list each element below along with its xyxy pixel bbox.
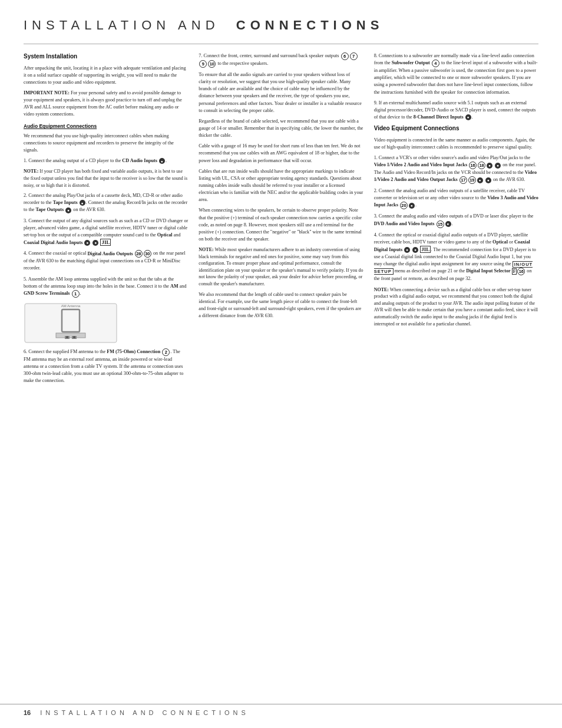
page: INSTALLATION AND CONNECTIONS System Inst… xyxy=(0,0,562,728)
video-item-2: 2. Connect the analog audio and video ou… xyxy=(374,187,538,209)
circle-4: 4 xyxy=(432,60,439,67)
item-9: 9. If an external multichannel audio sou… xyxy=(374,100,538,121)
para-intro: After unpacking the unit, locating it in… xyxy=(24,65,188,86)
vcircle-7: ● xyxy=(404,247,410,253)
right-column: 8. Connections to a subwoofer are normal… xyxy=(374,52,538,388)
circle-18: 18 xyxy=(478,162,485,169)
circle-16b: 16 xyxy=(517,268,525,275)
para-audio-quality: To ensure that all the audio signals are… xyxy=(199,71,363,114)
circle-opt: ● xyxy=(84,240,90,246)
para-polarity: When connecting wires to the speakers, b… xyxy=(199,207,363,243)
circle-17: 17 xyxy=(459,176,467,184)
circle-tape-in: ● xyxy=(80,200,85,206)
audio-equipment-subtitle: Audio Equipment Connections xyxy=(24,123,188,130)
para-cable-length: We also recommend that the length of cab… xyxy=(199,291,363,320)
svg-rect-1 xyxy=(56,333,85,338)
vcircle-5: ● xyxy=(409,203,415,209)
footer-title: INSTALLATION AND CONNECTIONS xyxy=(40,709,249,716)
item-2: 2. Connect the analog Play/Out jacks of … xyxy=(24,192,188,213)
vcircle-8: ● xyxy=(412,247,418,253)
circle-8ch: ● xyxy=(465,114,471,120)
circle-1: 1 xyxy=(72,290,80,298)
circle-28: 28 xyxy=(135,250,143,258)
vcircle-1: ● xyxy=(487,163,492,169)
circle-16: 16 xyxy=(469,162,477,169)
left-column: System Installation After unpacking the … xyxy=(24,52,188,388)
video-item-3: 3. Connect the analog audio and video ou… xyxy=(374,213,538,228)
note-digital: NOTE: When connecting a device such as a… xyxy=(374,286,538,328)
item-5: 5. Assemble the AM loop antenna supplied… xyxy=(24,276,188,298)
circle-cd: ● xyxy=(159,158,165,164)
footer: 16 INSTALLATION AND CONNECTIONS xyxy=(0,704,562,716)
video-equipment-title: Video Equipment Connections xyxy=(374,124,538,133)
vcircle-3: ● xyxy=(477,177,483,183)
para-gauge-14: Regardless of the brand of cable selecte… xyxy=(199,118,363,139)
item-8: 8. Connections to a subwoofer are normal… xyxy=(374,52,538,96)
note-cd: NOTE: If your CD player has both fixed a… xyxy=(24,168,188,189)
footer-page-number: 16 xyxy=(24,709,31,716)
para-gauge-16: Cable with a gauge of 16 may be used for… xyxy=(199,143,363,164)
item-6: 6. Connect the supplied FM antenna to th… xyxy=(24,348,188,385)
para-wall-cables: Cables that are run inside walls should … xyxy=(199,168,363,204)
title-divider xyxy=(24,44,538,44)
system-installation-title: System Installation xyxy=(24,52,188,61)
svg-text:AM Antenna: AM Antenna xyxy=(61,304,81,308)
audio-intro: We recommend that you use high-quality i… xyxy=(24,133,188,154)
circle-coax: ● xyxy=(92,240,98,246)
circle-15: 15 xyxy=(437,220,444,228)
item-1: 1. Connect the analog output of a CD pla… xyxy=(24,157,188,164)
video-item-4: 4. Connect the optical or coaxial digita… xyxy=(374,232,538,283)
circle-6: 6 xyxy=(341,52,349,60)
antenna-image: AM Antenna xyxy=(24,302,118,344)
circle-2-fm: 2 xyxy=(162,348,170,356)
circle-10: 10 xyxy=(208,60,216,68)
page-title: INSTALLATION AND CONNECTIONS xyxy=(24,18,538,33)
para-important-note: IMPORTANT NOTE: For your personal safety… xyxy=(24,90,188,118)
circle-7: 7 xyxy=(350,52,358,60)
video-item-1: 1. Connect a VCR's or other video source… xyxy=(374,154,538,184)
item-4: 4. Connect the coaxial or optical Digita… xyxy=(24,250,188,272)
circle-tape-out: ● xyxy=(65,207,71,213)
vcircle-4: ● xyxy=(485,177,491,183)
circle-9: 9 xyxy=(199,60,207,68)
video-intro: Video equipment is connected in the same… xyxy=(374,137,538,151)
circle-19: 19 xyxy=(468,176,476,184)
note-polarity: NOTE: While most speaker manufacturers a… xyxy=(199,246,363,288)
vcircle-2: ● xyxy=(495,163,501,169)
main-content: System Installation After unpacking the … xyxy=(24,52,538,388)
item-3: 3. Connect the output of any digital sou… xyxy=(24,218,188,247)
svg-point-5 xyxy=(66,336,68,338)
circle-20: 20 xyxy=(400,202,408,209)
svg-point-6 xyxy=(73,336,75,338)
vcircle-6: ● xyxy=(445,221,451,227)
item-7: 7. Connect the front, center, surround a… xyxy=(199,52,363,68)
middle-column: 7. Connect the front, center, surround a… xyxy=(199,52,363,388)
circle-30: 30 xyxy=(144,250,151,258)
